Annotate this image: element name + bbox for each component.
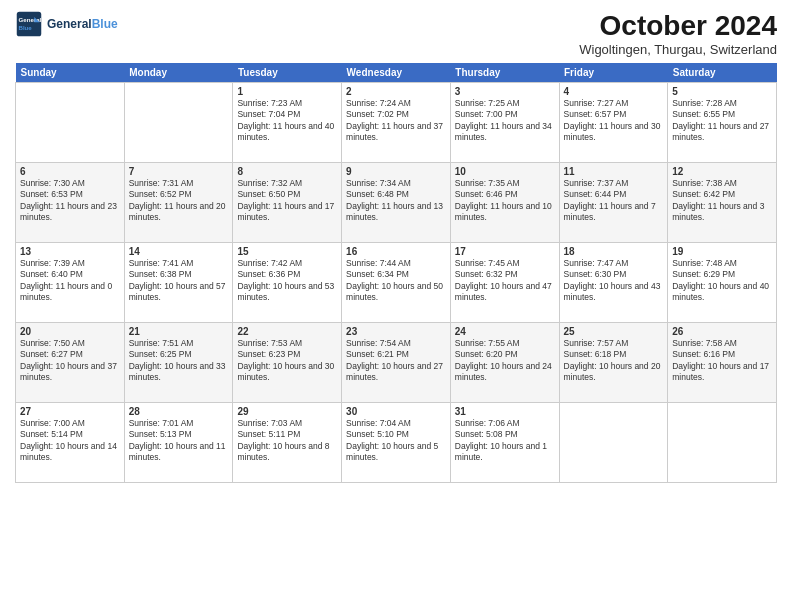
day-number: 22 <box>237 326 337 337</box>
calendar-cell: 15Sunrise: 7:42 AM Sunset: 6:36 PM Dayli… <box>233 243 342 323</box>
day-info: Sunrise: 7:41 AM Sunset: 6:38 PM Dayligh… <box>129 258 229 304</box>
week-row-1: 1Sunrise: 7:23 AM Sunset: 7:04 PM Daylig… <box>16 83 777 163</box>
calendar-cell: 19Sunrise: 7:48 AM Sunset: 6:29 PM Dayli… <box>668 243 777 323</box>
col-header-sunday: Sunday <box>16 63 125 83</box>
day-number: 29 <box>237 406 337 417</box>
day-info: Sunrise: 7:42 AM Sunset: 6:36 PM Dayligh… <box>237 258 337 304</box>
calendar-cell: 18Sunrise: 7:47 AM Sunset: 6:30 PM Dayli… <box>559 243 668 323</box>
day-info: Sunrise: 7:48 AM Sunset: 6:29 PM Dayligh… <box>672 258 772 304</box>
calendar-cell: 11Sunrise: 7:37 AM Sunset: 6:44 PM Dayli… <box>559 163 668 243</box>
day-number: 16 <box>346 246 446 257</box>
calendar-cell <box>124 83 233 163</box>
day-info: Sunrise: 7:58 AM Sunset: 6:16 PM Dayligh… <box>672 338 772 384</box>
col-header-tuesday: Tuesday <box>233 63 342 83</box>
day-info: Sunrise: 7:38 AM Sunset: 6:42 PM Dayligh… <box>672 178 772 224</box>
day-info: Sunrise: 7:51 AM Sunset: 6:25 PM Dayligh… <box>129 338 229 384</box>
calendar-cell: 25Sunrise: 7:57 AM Sunset: 6:18 PM Dayli… <box>559 323 668 403</box>
day-number: 31 <box>455 406 555 417</box>
calendar-cell: 8Sunrise: 7:32 AM Sunset: 6:50 PM Daylig… <box>233 163 342 243</box>
day-number: 26 <box>672 326 772 337</box>
day-number: 19 <box>672 246 772 257</box>
day-number: 5 <box>672 86 772 97</box>
day-number: 4 <box>564 86 664 97</box>
day-info: Sunrise: 7:27 AM Sunset: 6:57 PM Dayligh… <box>564 98 664 144</box>
col-header-friday: Friday <box>559 63 668 83</box>
day-info: Sunrise: 7:55 AM Sunset: 6:20 PM Dayligh… <box>455 338 555 384</box>
day-number: 20 <box>20 326 120 337</box>
day-number: 2 <box>346 86 446 97</box>
day-number: 1 <box>237 86 337 97</box>
day-number: 10 <box>455 166 555 177</box>
logo-text: GeneralBlue <box>47 17 118 31</box>
calendar-cell: 14Sunrise: 7:41 AM Sunset: 6:38 PM Dayli… <box>124 243 233 323</box>
day-info: Sunrise: 7:06 AM Sunset: 5:08 PM Dayligh… <box>455 418 555 464</box>
day-number: 15 <box>237 246 337 257</box>
day-info: Sunrise: 7:00 AM Sunset: 5:14 PM Dayligh… <box>20 418 120 464</box>
col-header-monday: Monday <box>124 63 233 83</box>
day-info: Sunrise: 7:28 AM Sunset: 6:55 PM Dayligh… <box>672 98 772 144</box>
day-number: 7 <box>129 166 229 177</box>
day-number: 13 <box>20 246 120 257</box>
day-number: 18 <box>564 246 664 257</box>
day-info: Sunrise: 7:32 AM Sunset: 6:50 PM Dayligh… <box>237 178 337 224</box>
day-info: Sunrise: 7:23 AM Sunset: 7:04 PM Dayligh… <box>237 98 337 144</box>
logo: General Blue GeneralBlue <box>15 10 118 38</box>
col-header-saturday: Saturday <box>668 63 777 83</box>
day-info: Sunrise: 7:30 AM Sunset: 6:53 PM Dayligh… <box>20 178 120 224</box>
page: General Blue GeneralBlue October 2024 Wi… <box>0 0 792 612</box>
calendar-table: SundayMondayTuesdayWednesdayThursdayFrid… <box>15 63 777 483</box>
calendar-cell: 1Sunrise: 7:23 AM Sunset: 7:04 PM Daylig… <box>233 83 342 163</box>
calendar-cell: 21Sunrise: 7:51 AM Sunset: 6:25 PM Dayli… <box>124 323 233 403</box>
calendar-cell: 24Sunrise: 7:55 AM Sunset: 6:20 PM Dayli… <box>450 323 559 403</box>
day-info: Sunrise: 7:34 AM Sunset: 6:48 PM Dayligh… <box>346 178 446 224</box>
calendar-cell: 22Sunrise: 7:53 AM Sunset: 6:23 PM Dayli… <box>233 323 342 403</box>
day-info: Sunrise: 7:53 AM Sunset: 6:23 PM Dayligh… <box>237 338 337 384</box>
day-number: 11 <box>564 166 664 177</box>
day-info: Sunrise: 7:44 AM Sunset: 6:34 PM Dayligh… <box>346 258 446 304</box>
calendar-cell: 10Sunrise: 7:35 AM Sunset: 6:46 PM Dayli… <box>450 163 559 243</box>
calendar-cell: 17Sunrise: 7:45 AM Sunset: 6:32 PM Dayli… <box>450 243 559 323</box>
calendar-cell: 29Sunrise: 7:03 AM Sunset: 5:11 PM Dayli… <box>233 403 342 483</box>
calendar-cell: 31Sunrise: 7:06 AM Sunset: 5:08 PM Dayli… <box>450 403 559 483</box>
col-header-thursday: Thursday <box>450 63 559 83</box>
day-info: Sunrise: 7:37 AM Sunset: 6:44 PM Dayligh… <box>564 178 664 224</box>
calendar-cell: 4Sunrise: 7:27 AM Sunset: 6:57 PM Daylig… <box>559 83 668 163</box>
main-title: October 2024 <box>579 10 777 42</box>
week-row-3: 13Sunrise: 7:39 AM Sunset: 6:40 PM Dayli… <box>16 243 777 323</box>
svg-text:Blue: Blue <box>19 24 33 31</box>
day-number: 9 <box>346 166 446 177</box>
calendar-cell: 9Sunrise: 7:34 AM Sunset: 6:48 PM Daylig… <box>342 163 451 243</box>
day-info: Sunrise: 7:57 AM Sunset: 6:18 PM Dayligh… <box>564 338 664 384</box>
title-block: October 2024 Wigoltingen, Thurgau, Switz… <box>579 10 777 57</box>
week-row-4: 20Sunrise: 7:50 AM Sunset: 6:27 PM Dayli… <box>16 323 777 403</box>
logo-icon: General Blue <box>15 10 43 38</box>
calendar-cell <box>16 83 125 163</box>
day-info: Sunrise: 7:24 AM Sunset: 7:02 PM Dayligh… <box>346 98 446 144</box>
calendar-cell: 3Sunrise: 7:25 AM Sunset: 7:00 PM Daylig… <box>450 83 559 163</box>
calendar-cell <box>668 403 777 483</box>
calendar-cell: 7Sunrise: 7:31 AM Sunset: 6:52 PM Daylig… <box>124 163 233 243</box>
day-number: 17 <box>455 246 555 257</box>
day-number: 24 <box>455 326 555 337</box>
day-info: Sunrise: 7:39 AM Sunset: 6:40 PM Dayligh… <box>20 258 120 304</box>
day-info: Sunrise: 7:25 AM Sunset: 7:00 PM Dayligh… <box>455 98 555 144</box>
calendar-cell: 12Sunrise: 7:38 AM Sunset: 6:42 PM Dayli… <box>668 163 777 243</box>
day-number: 23 <box>346 326 446 337</box>
day-number: 6 <box>20 166 120 177</box>
header: General Blue GeneralBlue October 2024 Wi… <box>15 10 777 57</box>
week-row-5: 27Sunrise: 7:00 AM Sunset: 5:14 PM Dayli… <box>16 403 777 483</box>
calendar-cell: 16Sunrise: 7:44 AM Sunset: 6:34 PM Dayli… <box>342 243 451 323</box>
day-info: Sunrise: 7:54 AM Sunset: 6:21 PM Dayligh… <box>346 338 446 384</box>
day-number: 28 <box>129 406 229 417</box>
subtitle: Wigoltingen, Thurgau, Switzerland <box>579 42 777 57</box>
day-number: 21 <box>129 326 229 337</box>
day-info: Sunrise: 7:50 AM Sunset: 6:27 PM Dayligh… <box>20 338 120 384</box>
day-info: Sunrise: 7:04 AM Sunset: 5:10 PM Dayligh… <box>346 418 446 464</box>
calendar-cell: 30Sunrise: 7:04 AM Sunset: 5:10 PM Dayli… <box>342 403 451 483</box>
day-info: Sunrise: 7:01 AM Sunset: 5:13 PM Dayligh… <box>129 418 229 464</box>
day-number: 12 <box>672 166 772 177</box>
day-number: 3 <box>455 86 555 97</box>
day-number: 30 <box>346 406 446 417</box>
day-number: 25 <box>564 326 664 337</box>
calendar-cell: 23Sunrise: 7:54 AM Sunset: 6:21 PM Dayli… <box>342 323 451 403</box>
